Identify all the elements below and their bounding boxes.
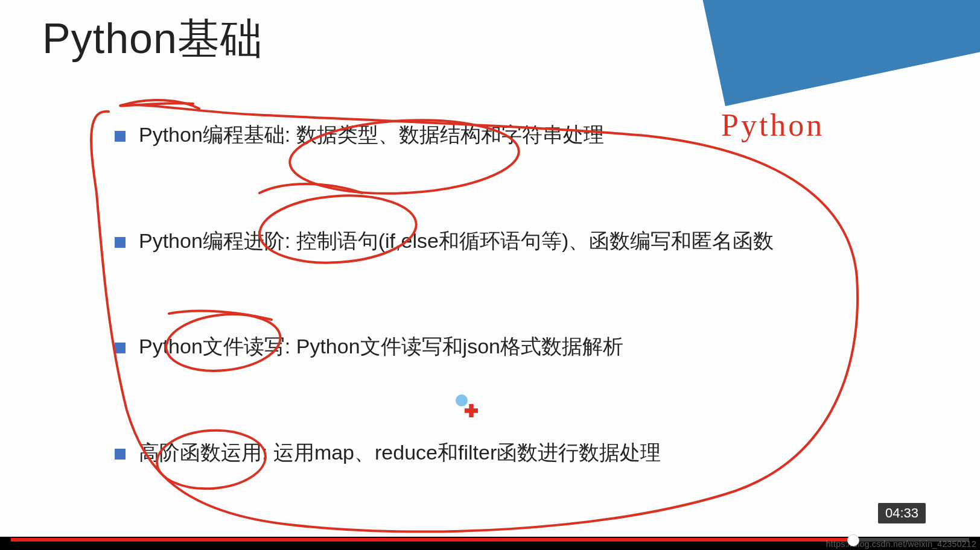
bullet-item: Python文件读写: Python文件读写和json格式数据解析 xyxy=(115,332,839,361)
video-progress-fill xyxy=(11,538,854,542)
bullet-item: Python编程基础: 数据类型、数据结构和字符串处理 xyxy=(115,121,839,150)
slide-title: Python基础 xyxy=(42,11,263,68)
watermark: https://blog.csdn.net/weixin_42350212 xyxy=(826,539,976,549)
square-bullet-icon xyxy=(115,131,126,142)
bullet-text: Python编程基础: 数据类型、数据结构和字符串处理 xyxy=(139,121,604,150)
square-bullet-icon xyxy=(115,449,126,460)
corner-decoration-blue xyxy=(699,0,980,106)
pointer-highlight-icon xyxy=(456,394,468,406)
bullet-text: 高阶函数运用: 运用map、reduce和filter函数进行数据处理 xyxy=(139,438,661,467)
bullet-item: Python编程进阶: 控制语句(if,else和循环语句等)、函数编写和匿名函… xyxy=(115,227,839,256)
bullet-item: 高阶函数运用: 运用map、reduce和filter函数进行数据处理 xyxy=(115,438,839,467)
bullet-list: Python编程基础: 数据类型、数据结构和字符串处理 Python编程进阶: … xyxy=(115,121,839,544)
square-bullet-icon xyxy=(115,343,126,353)
slide: Python基础 Python编程基础: 数据类型、数据结构和字符串处理 Pyt… xyxy=(0,0,980,537)
bullet-text: Python编程进阶: 控制语句(if,else和循环语句等)、函数编写和匿名函… xyxy=(139,227,774,256)
square-bullet-icon xyxy=(115,237,126,248)
bullet-text: Python文件读写: Python文件读写和json格式数据解析 xyxy=(139,332,623,361)
time-badge: 04:33 xyxy=(878,503,926,523)
